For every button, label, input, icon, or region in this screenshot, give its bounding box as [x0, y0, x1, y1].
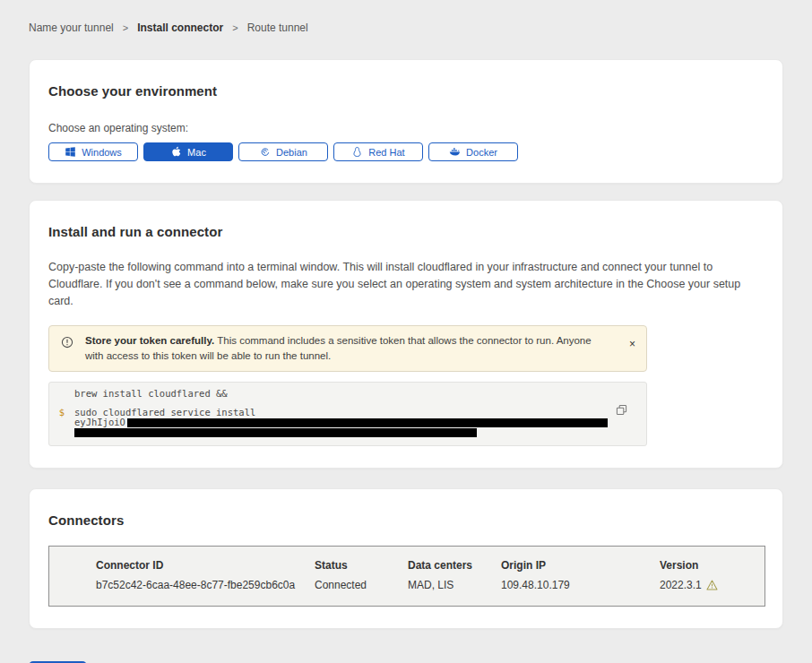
- code-line-2: $sudo cloudflared service install: [49, 408, 646, 418]
- install-connector-card: Install and run a connector Copy-paste t…: [29, 200, 783, 469]
- breadcrumb-route-tunnel[interactable]: Route tunnel: [247, 22, 308, 34]
- os-button-windows[interactable]: Windows: [48, 142, 138, 161]
- os-button-docker[interactable]: Docker: [428, 142, 518, 161]
- cell-connector-id: b7c52c42-6caa-48ee-8c77-fbe259cb6c0a: [96, 579, 315, 591]
- redhat-linux-icon: [351, 146, 363, 158]
- breadcrumb-name-your-tunnel[interactable]: Name your tunnel: [29, 22, 114, 34]
- table-header-row: Connector ID Status Data centers Origin …: [96, 559, 764, 572]
- copy-command-button[interactable]: [616, 404, 627, 416]
- code-line-token: eyJhIjoiO: [49, 418, 646, 427]
- header-version: Version: [660, 559, 803, 572]
- connectors-table: Connector ID Status Data centers Origin …: [48, 546, 765, 607]
- dismiss-warning-button[interactable]: ×: [629, 339, 635, 349]
- connectors-card: Connectors Connector ID Status Data cent…: [29, 488, 783, 629]
- connectors-title: Connectors: [48, 512, 764, 528]
- docker-icon: [449, 146, 461, 158]
- os-button-debian[interactable]: Debian: [238, 142, 328, 161]
- choose-environment-card: Choose your environment Choose an operat…: [29, 59, 783, 184]
- code-line-1: brew install cloudflared &&: [49, 389, 646, 399]
- header-connector-id: Connector ID: [96, 559, 315, 572]
- os-button-redhat[interactable]: Red Hat: [333, 142, 423, 161]
- redacted-token-bar: [74, 428, 477, 437]
- warning-triangle-icon: [706, 580, 718, 590]
- os-button-group: Windows Mac Debian Red Hat: [48, 142, 764, 161]
- cell-data-centers: MAD, LIS: [408, 579, 501, 591]
- redacted-token-bar: [127, 418, 608, 427]
- breadcrumb: Name your tunnel > Install connector > R…: [29, 0, 783, 34]
- install-command-code-block: brew install cloudflared && $sudo cloudf…: [48, 382, 647, 446]
- alert-circle-icon: [61, 336, 73, 349]
- os-button-label: Docker: [466, 147, 497, 158]
- os-button-label: Debian: [276, 147, 307, 158]
- breadcrumb-install-connector[interactable]: Install connector: [137, 22, 223, 34]
- tunnel-setup-page: Name your tunnel > Install connector > R…: [0, 0, 812, 663]
- code-line-token-continued: [49, 427, 646, 437]
- os-button-label: Windows: [82, 147, 122, 158]
- windows-icon: [65, 146, 76, 158]
- debian-icon: [259, 146, 271, 158]
- os-button-mac[interactable]: Mac: [143, 142, 233, 161]
- os-button-label: Mac: [187, 147, 206, 158]
- header-origin-ip: Origin IP: [501, 559, 660, 572]
- install-description: Copy-paste the following command into a …: [48, 259, 761, 310]
- status-badge: Connected: [315, 579, 408, 591]
- cell-version: 2022.3.1: [660, 579, 702, 591]
- header-status: Status: [315, 559, 408, 572]
- breadcrumb-separator: >: [232, 22, 238, 33]
- choose-environment-title: Choose your environment: [48, 83, 764, 99]
- os-button-label: Red Hat: [368, 147, 404, 158]
- token-warning-banner: Store your token carefully. This command…: [48, 325, 647, 372]
- apple-icon: [170, 146, 182, 158]
- install-connector-title: Install and run a connector: [48, 224, 764, 239]
- table-row: b7c52c42-6caa-48ee-8c77-fbe259cb6c0a Con…: [96, 579, 764, 591]
- cell-origin-ip: 109.48.10.179: [501, 579, 660, 591]
- token-warning-bold: Store your token carefully.: [85, 335, 214, 346]
- copy-icon: [616, 404, 627, 416]
- os-select-label: Choose an operating system:: [48, 122, 764, 134]
- token-warning-text: Store your token carefully. This command…: [85, 333, 609, 364]
- breadcrumb-separator: >: [123, 22, 128, 33]
- shell-prompt: $: [49, 408, 74, 418]
- header-data-centers: Data centers: [408, 559, 501, 572]
